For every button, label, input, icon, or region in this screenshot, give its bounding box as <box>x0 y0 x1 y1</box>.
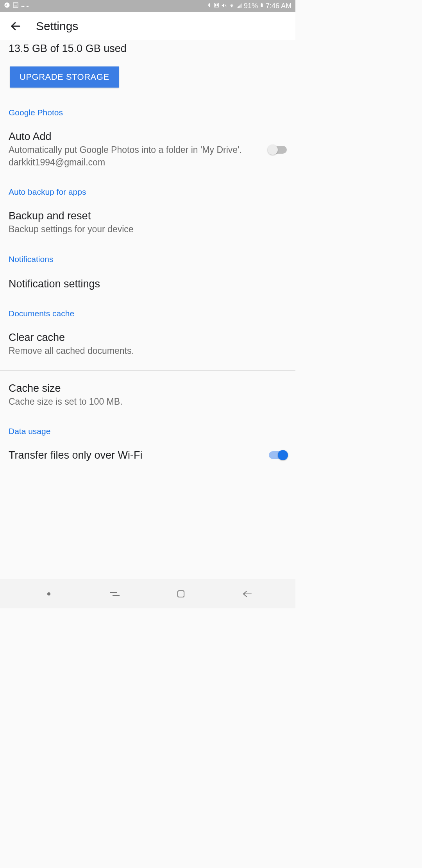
toggle-knob <box>268 145 278 155</box>
equalizer-icon: ▪▫▪ <box>21 4 24 9</box>
item-title: Cache size <box>9 382 287 395</box>
recents-icon <box>109 590 120 598</box>
section-header-google-photos: Google Photos <box>0 108 295 117</box>
setting-item-backup-reset[interactable]: Backup and reset Backup settings for you… <box>0 210 295 235</box>
nav-extra-button[interactable] <box>33 586 64 602</box>
arrow-left-icon <box>10 20 21 32</box>
section-header-notifications: Notifications <box>0 255 295 264</box>
item-description: Cache size is set to 100 MB. <box>9 395 287 408</box>
item-title: Backup and reset <box>9 210 287 222</box>
music-icon <box>4 2 10 10</box>
upgrade-storage-button[interactable]: UPGRADE STORAGE <box>10 66 119 88</box>
svg-rect-7 <box>261 4 263 7</box>
section-header-data-usage: Data usage <box>0 427 295 436</box>
nav-home-button[interactable] <box>165 586 197 602</box>
item-description: Remove all cached documents. <box>9 344 287 357</box>
app-bar: Settings <box>0 12 295 40</box>
section-header-documents-cache: Documents cache <box>0 309 295 318</box>
setting-item-auto-add[interactable]: Auto Add Automatically put Google Photos… <box>0 131 295 169</box>
svg-rect-10 <box>178 591 184 597</box>
signal-icon <box>237 2 242 10</box>
dot-icon <box>47 592 50 595</box>
svg-line-6 <box>225 4 226 7</box>
home-icon <box>176 589 186 599</box>
toggle-wifi-transfer[interactable] <box>269 451 287 459</box>
svg-point-0 <box>4 2 9 7</box>
bluetooth-icon <box>206 2 212 10</box>
status-bar: ▪▫▪ ▫▪▫ 91% 7:46 AM <box>0 0 295 12</box>
equalizer-icon-2: ▫▪▫ <box>26 4 29 9</box>
item-description: Backup settings for your device <box>9 223 287 235</box>
status-left: ▪▫▪ ▫▪▫ <box>4 2 29 10</box>
item-title: Notification settings <box>9 278 287 290</box>
toggle-knob <box>278 450 288 460</box>
nav-back-button[interactable] <box>231 586 263 602</box>
battery-icon <box>259 2 264 11</box>
setting-item-wifi-transfer[interactable]: Transfer files only over Wi-Fi <box>0 449 295 461</box>
section-header-auto-backup: Auto backup for apps <box>0 187 295 197</box>
item-title: Transfer files only over Wi-Fi <box>9 449 261 461</box>
nav-recents-button[interactable] <box>99 586 131 602</box>
settings-content[interactable]: 13.5 GB of 15.0 GB used UPGRADE STORAGE … <box>0 40 295 579</box>
status-right: 91% 7:46 AM <box>206 2 291 11</box>
clock-time: 7:46 AM <box>266 2 291 10</box>
toggle-auto-add[interactable] <box>269 146 287 154</box>
svg-rect-8 <box>261 3 262 4</box>
divider <box>0 370 295 371</box>
battery-percent: 91% <box>244 2 258 10</box>
mute-icon <box>221 2 227 10</box>
nfc-icon <box>213 2 220 10</box>
storage-usage-text: 13.5 GB of 15.0 GB used <box>0 40 295 55</box>
item-title: Clear cache <box>9 332 287 344</box>
navigation-bar <box>0 579 295 608</box>
item-title: Auto Add <box>9 131 261 143</box>
back-button[interactable] <box>9 19 23 33</box>
setting-item-cache-size[interactable]: Cache size Cache size is set to 100 MB. <box>0 382 295 408</box>
setting-item-notification-settings[interactable]: Notification settings <box>0 278 295 290</box>
page-title: Settings <box>36 20 78 33</box>
list-icon <box>13 2 19 10</box>
wifi-icon <box>228 2 235 10</box>
setting-item-clear-cache[interactable]: Clear cache Remove all cached documents. <box>0 332 295 357</box>
item-description: Automatically put Google Photos into a f… <box>9 143 261 169</box>
back-icon <box>242 590 252 598</box>
